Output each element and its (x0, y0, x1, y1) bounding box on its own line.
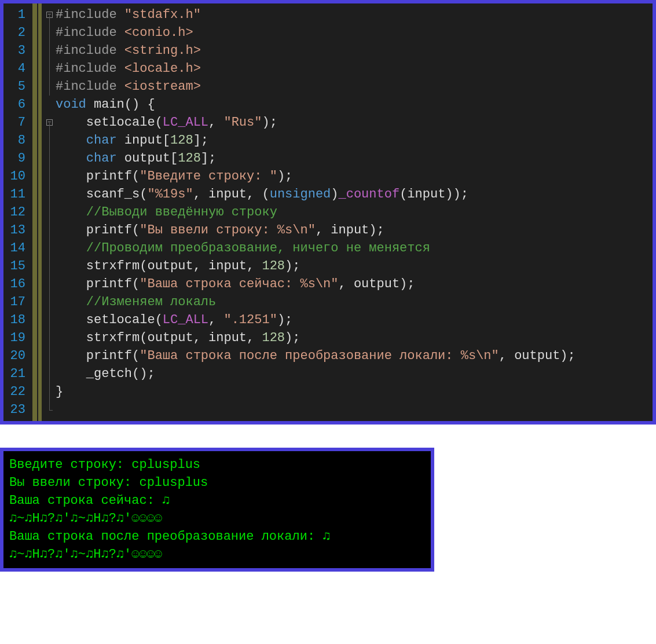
code-token: #include (56, 8, 124, 22)
code-line[interactable]: //Выводи введённую строку (54, 203, 653, 221)
fold-cell: − (44, 6, 54, 24)
code-line[interactable]: //Проводим преобразование, ничего не мен… (54, 239, 653, 257)
code-token: unsigned (270, 187, 331, 202)
code-token: //Выводи введённую строку (86, 205, 277, 219)
code-token: ); (262, 115, 277, 130)
code-line[interactable]: setlocale(LC_ALL, "Rus"); (54, 114, 653, 131)
fold-cell (44, 149, 54, 167)
fold-cell (44, 275, 54, 293)
code-token: output[ (117, 151, 178, 166)
line-number: 23 (3, 401, 32, 419)
line-number: 16 (3, 275, 32, 293)
code-token: 128 (170, 133, 193, 148)
code-line[interactable]: scanf_s("%19s", input, (unsigned)_counto… (54, 185, 653, 203)
code-line[interactable]: _getch(); (54, 365, 653, 383)
code-token (56, 295, 86, 309)
code-token: printf( (56, 277, 140, 291)
code-token: scanf_s( (56, 187, 147, 202)
console-line: ♫~♫Н♫?♫'♫~♫Н♫?♫'☺☺☺☺ (9, 546, 425, 564)
line-number: 9 (3, 149, 32, 167)
code-line[interactable]: strxfrm(output, input, 128); (54, 329, 653, 347)
code-token: <string.h> (124, 43, 201, 58)
code-line[interactable]: setlocale(LC_ALL, ".1251"); (54, 311, 653, 329)
code-line[interactable]: printf("Ваша строка после преобразование… (54, 347, 653, 365)
code-token: 128 (262, 331, 285, 345)
code-token: char (86, 133, 117, 148)
fold-column: −− (44, 3, 54, 421)
code-token (56, 133, 86, 148)
code-token: "Введите строку: " (140, 169, 277, 184)
code-line[interactable]: printf("Ваша строка сейчас: %s\n", outpu… (54, 275, 653, 293)
code-editor-panel: 1234567891011121314151617181920212223 −−… (0, 0, 656, 425)
fold-cell (44, 131, 54, 149)
code-line[interactable]: printf("Введите строку: "); (54, 167, 653, 185)
line-number: 6 (3, 96, 32, 114)
fold-cell: − (44, 114, 54, 131)
code-token: } (56, 385, 63, 399)
line-number: 20 (3, 347, 32, 365)
line-number: 5 (3, 78, 32, 96)
line-number: 22 (3, 383, 32, 401)
fold-cell (44, 203, 54, 221)
code-line[interactable]: char input[128]; (54, 131, 653, 149)
console-line: Вы ввели строку: cplusplus (9, 474, 425, 492)
code-line[interactable]: char output[128]; (54, 149, 653, 167)
code-token: "stdafx.h" (124, 8, 201, 22)
fold-cell (44, 329, 54, 347)
code-token: 128 (178, 151, 201, 166)
console-line: Введите строку: cplusplus (9, 456, 425, 474)
fold-cell (44, 78, 54, 96)
fold-cell (44, 221, 54, 239)
fold-cell (44, 401, 54, 419)
code-line[interactable]: void main() { (54, 96, 653, 114)
code-line[interactable]: strxfrm(output, input, 128); (54, 257, 653, 275)
code-line[interactable]: #include "stdafx.h" (54, 6, 653, 24)
code-line[interactable]: #include <iostream> (54, 78, 653, 96)
code-token: #include (56, 43, 124, 58)
line-number: 11 (3, 185, 32, 203)
code-token: strxfrm(output, input, (56, 259, 262, 273)
code-line[interactable]: } (54, 383, 653, 401)
console-line: Ваша строка сейчас: ♫ (9, 492, 425, 510)
code-token: "Вы ввели строку: %s\n" (140, 223, 316, 237)
code-token: //Изменяем локаль (86, 295, 216, 309)
line-number: 19 (3, 329, 32, 347)
code-token: , output); (339, 277, 415, 291)
fold-cell (44, 365, 54, 383)
code-token: ) (331, 187, 338, 202)
line-number: 10 (3, 167, 32, 185)
code-token: setlocale( (56, 313, 163, 327)
code-token: 128 (262, 259, 285, 273)
line-number: 18 (3, 311, 32, 329)
fold-cell (44, 257, 54, 275)
fold-cell (44, 293, 54, 311)
code-token: #include (56, 25, 124, 40)
code-token: void (56, 97, 86, 112)
line-number: 17 (3, 293, 32, 311)
line-number: 12 (3, 203, 32, 221)
fold-cell (44, 96, 54, 114)
code-token: #include (56, 61, 124, 76)
code-line[interactable]: #include <locale.h> (54, 60, 653, 78)
code-line[interactable]: #include <string.h> (54, 42, 653, 60)
code-content-area[interactable]: #include "stdafx.h"#include <conio.h>#in… (54, 3, 653, 421)
line-number: 13 (3, 221, 32, 239)
code-line[interactable]: printf("Вы ввели строку: %s\n", input); (54, 221, 653, 239)
code-token (56, 241, 86, 255)
code-token: , input, ( (193, 187, 270, 202)
code-line[interactable]: #include <conio.h> (54, 24, 653, 42)
code-token: strxfrm(output, input, (56, 331, 262, 345)
change-margin-bar-2 (38, 3, 42, 421)
code-token: char (86, 151, 117, 166)
code-token: , input); (316, 223, 384, 237)
console-output-panel: Введите строку: cplusplusВы ввели строку… (0, 448, 434, 572)
code-token: printf( (56, 349, 140, 363)
line-number: 8 (3, 131, 32, 149)
fold-cell (44, 185, 54, 203)
code-line[interactable]: //Изменяем локаль (54, 293, 653, 311)
code-token: ); (277, 313, 292, 327)
line-number: 2 (3, 24, 32, 42)
code-token: ]; (201, 151, 216, 166)
code-token: <conio.h> (124, 25, 193, 40)
line-number: 1 (3, 6, 32, 24)
